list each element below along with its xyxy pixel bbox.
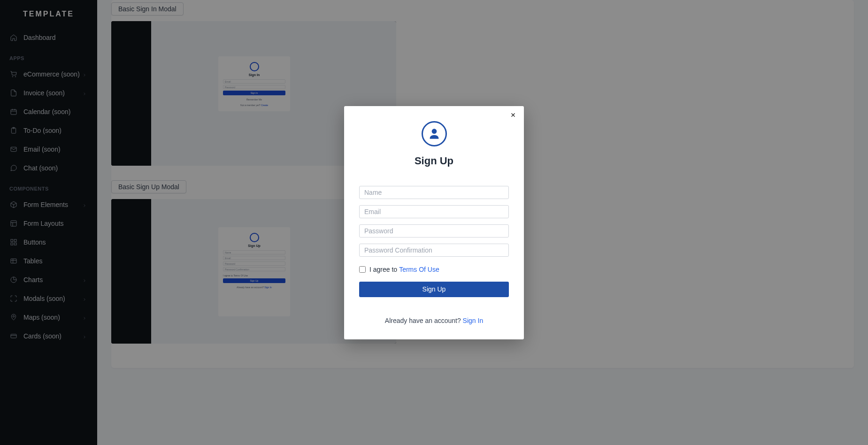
agree-label: I agree to	[369, 266, 397, 273]
close-button[interactable]	[510, 112, 517, 119]
modal-overlay[interactable]: Sign Up I agree to Terms Of Use Sign Up …	[0, 0, 868, 445]
modal-footer: Already have an account? Sign In	[359, 317, 509, 324]
signup-submit-button[interactable]: Sign Up	[359, 282, 509, 297]
name-input[interactable]	[359, 186, 509, 199]
footer-text: Already have an account?	[385, 317, 461, 324]
email-input[interactable]	[359, 205, 509, 218]
agree-checkbox[interactable]	[359, 266, 366, 273]
agree-terms-row[interactable]: I agree to Terms Of Use	[359, 266, 509, 273]
modal-title: Sign Up	[359, 155, 509, 167]
user-avatar-icon	[422, 121, 447, 146]
signin-link[interactable]: Sign In	[463, 317, 484, 324]
password-input[interactable]	[359, 224, 509, 238]
password-confirm-input[interactable]	[359, 244, 509, 257]
signup-modal: Sign Up I agree to Terms Of Use Sign Up …	[344, 106, 524, 339]
terms-link[interactable]: Terms Of Use	[399, 266, 439, 273]
